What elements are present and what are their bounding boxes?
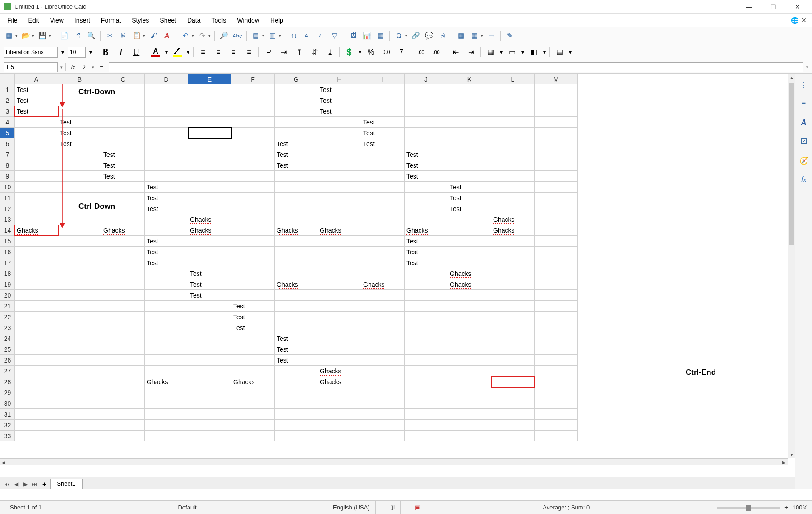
- cell-C10[interactable]: [102, 182, 145, 193]
- cell-J21[interactable]: [405, 301, 448, 312]
- menu-sheet[interactable]: Sheet: [155, 15, 181, 26]
- cell-C18[interactable]: [102, 268, 145, 279]
- cell-B7[interactable]: [58, 149, 102, 160]
- cell-A33[interactable]: [15, 431, 58, 441]
- cell-J11[interactable]: [405, 193, 448, 203]
- cell-G30[interactable]: [275, 398, 318, 409]
- cell-B21[interactable]: [58, 301, 102, 312]
- cell-K24[interactable]: [448, 333, 491, 344]
- zoom-slider[interactable]: [717, 507, 780, 509]
- cell-I12[interactable]: [361, 203, 405, 214]
- cell-F29[interactable]: [231, 387, 275, 398]
- open-icon[interactable]: 📂: [20, 30, 31, 41]
- cell-H8[interactable]: [318, 160, 361, 171]
- cell-L1[interactable]: [491, 84, 535, 95]
- cell-I22[interactable]: [361, 312, 405, 322]
- row-header-17[interactable]: 17: [0, 257, 15, 268]
- row-header-12[interactable]: 12: [0, 203, 15, 214]
- cell-D21[interactable]: [145, 301, 188, 312]
- cell-F32[interactable]: [231, 420, 275, 431]
- comment-icon[interactable]: 💬: [424, 30, 434, 41]
- cell-H21[interactable]: [318, 301, 361, 312]
- zoom-in-icon[interactable]: +: [784, 504, 788, 511]
- cell-G31[interactable]: [275, 409, 318, 420]
- row-header-23[interactable]: 23: [0, 322, 15, 333]
- cell-C9[interactable]: Test: [102, 171, 145, 182]
- row-header-14[interactable]: 14: [0, 225, 15, 236]
- cell-A10[interactable]: [15, 182, 58, 193]
- cell-B33[interactable]: [58, 431, 102, 441]
- cell-G6[interactable]: Test: [275, 138, 318, 149]
- cell-I7[interactable]: [361, 149, 405, 160]
- cell-L16[interactable]: [491, 247, 535, 257]
- cell-D25[interactable]: [145, 344, 188, 355]
- cell-C7[interactable]: Test: [102, 149, 145, 160]
- cell-K28[interactable]: [448, 376, 491, 387]
- row-header-2[interactable]: 2: [0, 95, 15, 106]
- row-header-25[interactable]: 25: [0, 344, 15, 355]
- cell-F17[interactable]: [231, 257, 275, 268]
- cell-I30[interactable]: [361, 398, 405, 409]
- cell-A13[interactable]: [15, 214, 58, 225]
- cell-J33[interactable]: [405, 431, 448, 441]
- cell-J2[interactable]: [405, 95, 448, 106]
- cell-I31[interactable]: [361, 409, 405, 420]
- row-header-8[interactable]: 8: [0, 160, 15, 171]
- cell-F21[interactable]: Test: [231, 301, 275, 312]
- cell-M18[interactable]: [535, 268, 578, 279]
- cell-H15[interactable]: [318, 236, 361, 247]
- row-header-29[interactable]: 29: [0, 387, 15, 398]
- row-header-10[interactable]: 10: [0, 182, 15, 193]
- cell-C13[interactable]: [102, 214, 145, 225]
- cell-B19[interactable]: [58, 279, 102, 290]
- cell-E30[interactable]: [188, 398, 231, 409]
- cell-L12[interactable]: [491, 203, 535, 214]
- cell-E23[interactable]: [188, 322, 231, 333]
- cell-B15[interactable]: [58, 236, 102, 247]
- row-header-13[interactable]: 13: [0, 214, 15, 225]
- cell-M31[interactable]: [535, 409, 578, 420]
- print-preview-icon[interactable]: 🔍: [86, 30, 97, 41]
- cell-M32[interactable]: [535, 420, 578, 431]
- cell-M4[interactable]: [535, 117, 578, 128]
- cell-D31[interactable]: [145, 409, 188, 420]
- cell-L3[interactable]: [491, 106, 535, 117]
- bold-button[interactable]: B: [100, 46, 111, 58]
- col-header-F[interactable]: F: [231, 74, 275, 84]
- cell-C3[interactable]: [102, 106, 145, 117]
- cell-J19[interactable]: [405, 279, 448, 290]
- cell-C14[interactable]: Ghacks: [102, 225, 145, 236]
- draw-icon[interactable]: ✎: [504, 30, 515, 41]
- col-header-A[interactable]: A: [15, 74, 58, 84]
- cell-B23[interactable]: [58, 322, 102, 333]
- cell-I1[interactable]: [361, 84, 405, 95]
- menu-format[interactable]: Format: [97, 15, 125, 26]
- add-sheet-button[interactable]: +: [42, 481, 46, 489]
- cell-H30[interactable]: [318, 398, 361, 409]
- undo-icon[interactable]: ↶: [180, 30, 191, 41]
- gallery-icon[interactable]: 🖼: [798, 135, 810, 148]
- cell-H20[interactable]: [318, 290, 361, 301]
- cell-M11[interactable]: [535, 193, 578, 203]
- row-header-16[interactable]: 16: [0, 247, 15, 257]
- cell-L17[interactable]: [491, 257, 535, 268]
- cell-F11[interactable]: [231, 193, 275, 203]
- cell-L6[interactable]: [491, 138, 535, 149]
- properties-icon[interactable]: ≡: [798, 97, 810, 110]
- cell-L30[interactable]: [491, 398, 535, 409]
- sort-desc-a-icon[interactable]: A↓: [302, 30, 313, 41]
- cell-D26[interactable]: [145, 355, 188, 366]
- cell-D1[interactable]: [145, 84, 188, 95]
- cell-D2[interactable]: [145, 95, 188, 106]
- valign-bot-icon[interactable]: ⤓: [324, 46, 336, 58]
- cell-A22[interactable]: [15, 312, 58, 322]
- cell-I14[interactable]: [361, 225, 405, 236]
- cell-M3[interactable]: [535, 106, 578, 117]
- close-button[interactable]: ✕: [789, 1, 806, 12]
- cell-K32[interactable]: [448, 420, 491, 431]
- cell-E4[interactable]: [188, 117, 231, 128]
- cell-H24[interactable]: [318, 333, 361, 344]
- cell-K17[interactable]: [448, 257, 491, 268]
- font-size-input[interactable]: [68, 47, 86, 58]
- cell-A9[interactable]: [15, 171, 58, 182]
